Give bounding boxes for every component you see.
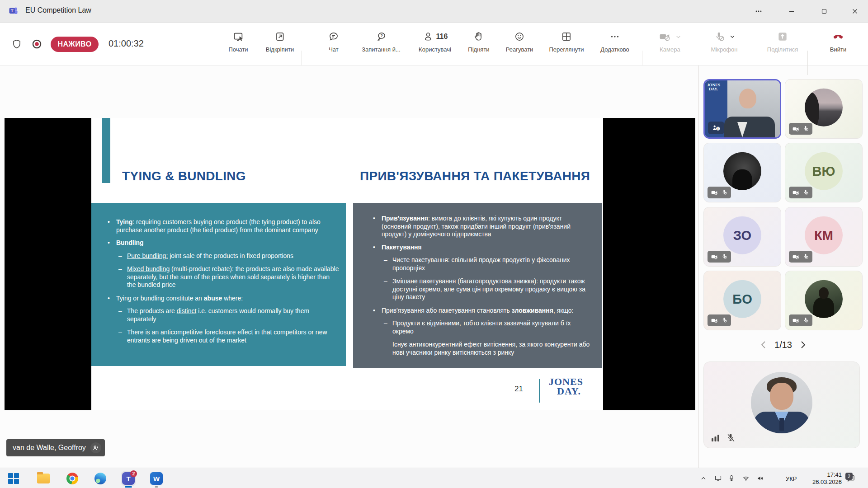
bullet-distinct-ua: –Продукти є відмінними, тобто клієнти за…: [384, 319, 592, 335]
window-maximize-button[interactable]: [811, 0, 837, 23]
window-more-button[interactable]: [745, 0, 772, 23]
share-screen-icon: [232, 31, 245, 43]
camera-off-icon: [793, 190, 800, 196]
participant-tile-active-speaker[interactable]: JONES DAY. !: [703, 79, 781, 139]
camera-button[interactable]: Камера: [646, 23, 693, 66]
spotlight-badge: !: [708, 122, 724, 134]
av-status-pill: [789, 314, 812, 326]
bullet-tying: •Tying: requiring customers buying one p…: [108, 218, 340, 234]
window-title: EU Competition Law: [25, 6, 91, 14]
maximize-icon: [821, 8, 828, 15]
popout-icon: [274, 31, 286, 42]
teams-notification-badge: 2: [130, 470, 137, 477]
raise-hand-icon: [473, 31, 485, 42]
av-status-pill: [708, 314, 731, 326]
window-close-button[interactable]: [842, 0, 868, 23]
chevron-down-icon: [729, 33, 736, 40]
qa-button[interactable]: ? Запитання й...: [360, 23, 402, 66]
share-button[interactable]: Поділитися: [762, 23, 803, 66]
unpin-button[interactable]: Відкріпити: [259, 23, 301, 66]
participant-tile-bo[interactable]: БО: [703, 271, 781, 330]
self-view-tile[interactable]: [703, 361, 860, 448]
avatar-photo: [805, 280, 843, 318]
window-minimize-button[interactable]: [778, 0, 805, 23]
self-status-icons: [711, 433, 736, 442]
chrome-button[interactable]: [65, 471, 80, 486]
mic-icon: [728, 474, 735, 482]
chat-icon: [328, 31, 340, 42]
shield-icon: [11, 38, 23, 50]
tray-expand-button[interactable]: [700, 468, 707, 488]
language-indicator[interactable]: УКР: [786, 475, 797, 482]
shared-screen[interactable]: TYING & BUNDLING ПРИВ'ЯЗУВАННЯ ТА ПАКЕТУ…: [5, 118, 695, 410]
live-badge: НАЖИВО: [51, 23, 99, 66]
mic-off-icon: [722, 317, 727, 324]
participant-count: 116: [436, 33, 448, 41]
smiley-icon: [514, 31, 525, 42]
meeting-toolbar: НАЖИВО 01:00:32 Почати Відкріпити Чат ? …: [0, 23, 868, 66]
start-button[interactable]: [6, 471, 21, 486]
chat-button[interactable]: Чат: [313, 23, 354, 66]
edge-button[interactable]: [93, 471, 108, 486]
react-button[interactable]: Реагувати: [499, 23, 540, 66]
participant-tile-zo[interactable]: ЗО: [703, 207, 781, 267]
next-page-icon[interactable]: [799, 340, 807, 349]
mic-off-icon: [803, 253, 809, 260]
start-share-button[interactable]: Почати: [217, 23, 259, 66]
teams-taskbar-button[interactable]: T 2: [121, 471, 136, 486]
bullet-bundling: •Bundling: [108, 239, 340, 247]
file-explorer-button[interactable]: [36, 471, 51, 486]
edge-icon: [94, 473, 106, 484]
participant-tile-photo-lake[interactable]: [785, 79, 863, 139]
minimize-icon: [788, 8, 795, 15]
leave-button[interactable]: Вийти: [817, 23, 859, 66]
bullet-pure-bundling: –Pure bundling: joint sale of the produc…: [118, 252, 340, 260]
word-taskbar-button[interactable]: W: [149, 471, 164, 486]
slide-accent-bar: [102, 118, 110, 183]
wifi-icon: [742, 474, 750, 482]
windows-logo-icon: [8, 473, 19, 484]
presenter-name-tag: van de Walle, Geoffroy: [6, 439, 105, 456]
taskbar-clock[interactable]: 17:41 26.03.2026: [801, 471, 842, 485]
tray-network-icon[interactable]: [742, 468, 750, 488]
ellipsis-icon: [755, 7, 763, 15]
bullet-mixed-bundling: –Mixed bundling (multi-product rebate): …: [118, 265, 340, 289]
mic-off-icon: [803, 317, 809, 324]
tray-mic-icon[interactable]: [728, 468, 735, 488]
participants-button[interactable]: 116 Користувачі: [412, 23, 458, 66]
bullet-abuse-ua: •Прив'язування або пакетування становлят…: [373, 307, 592, 315]
slide-text-box-en: •Tying: requiring customers buying one p…: [91, 203, 346, 366]
camera-off-icon: [793, 254, 800, 260]
raise-hand-button[interactable]: Підняти: [458, 23, 500, 66]
svg-text:!: !: [717, 127, 718, 130]
tray-cast-icon[interactable]: [714, 468, 722, 488]
avatar-initials: ЗО: [723, 216, 761, 254]
participant-tile-photo-portrait[interactable]: [785, 271, 863, 330]
word-icon: W: [150, 472, 163, 485]
notification-center-button[interactable]: 2: [846, 474, 860, 483]
svg-text:T: T: [11, 8, 14, 13]
mic-off-icon: [713, 31, 726, 42]
tray-volume-icon[interactable]: [756, 468, 764, 488]
signal-bars-icon: [711, 434, 720, 442]
participant-tile-km[interactable]: КМ: [785, 207, 863, 267]
folder-icon: [37, 474, 50, 483]
more-button[interactable]: Додатково: [594, 23, 636, 66]
view-button[interactable]: Переглянути: [546, 23, 587, 66]
display-icon: [714, 474, 722, 482]
slide-title-en: TYING & BUNDLING: [122, 169, 246, 183]
bullet-mixed-bundling-ua: –Змішане пакетування (багатопродуктова з…: [384, 277, 592, 301]
participant-tile-photo-dark[interactable]: [703, 143, 781, 202]
active-app-indicator: [125, 486, 132, 488]
prev-page-icon[interactable]: [760, 340, 767, 349]
presenter-icon: [90, 442, 101, 453]
people-icon: [422, 31, 434, 42]
participant-tile-vyu[interactable]: ВЮ: [785, 143, 863, 202]
svg-text:?: ?: [380, 33, 383, 38]
toolbar-separator: [807, 51, 808, 75]
mic-button[interactable]: Мікрофон: [700, 23, 749, 66]
record-icon: [31, 38, 43, 50]
bullet-foreclosure-ua: –Існує антиконкурентний ефект витіснення…: [384, 341, 592, 357]
mic-off-icon: [722, 189, 727, 196]
grid-view-icon: [561, 31, 572, 42]
